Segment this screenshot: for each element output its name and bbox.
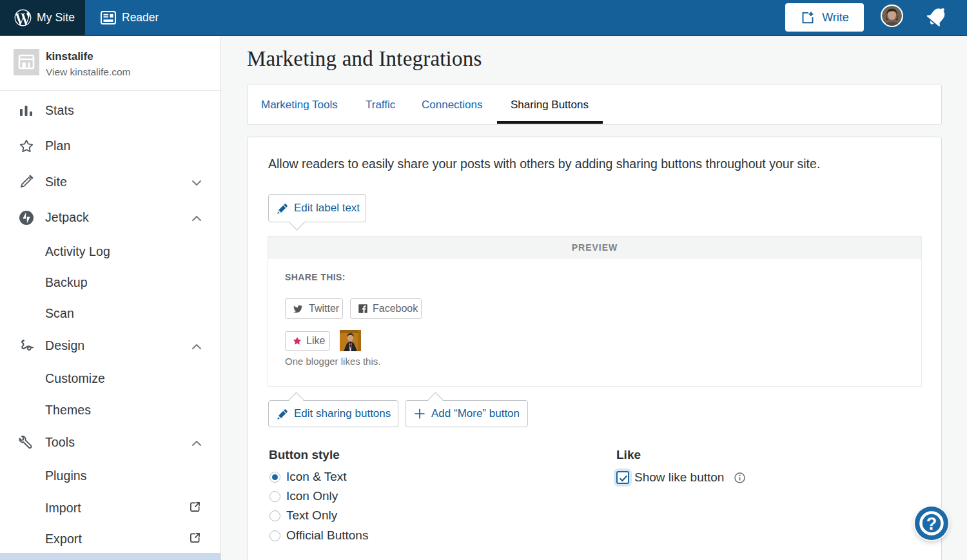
svg-text:?: ? (926, 514, 937, 534)
